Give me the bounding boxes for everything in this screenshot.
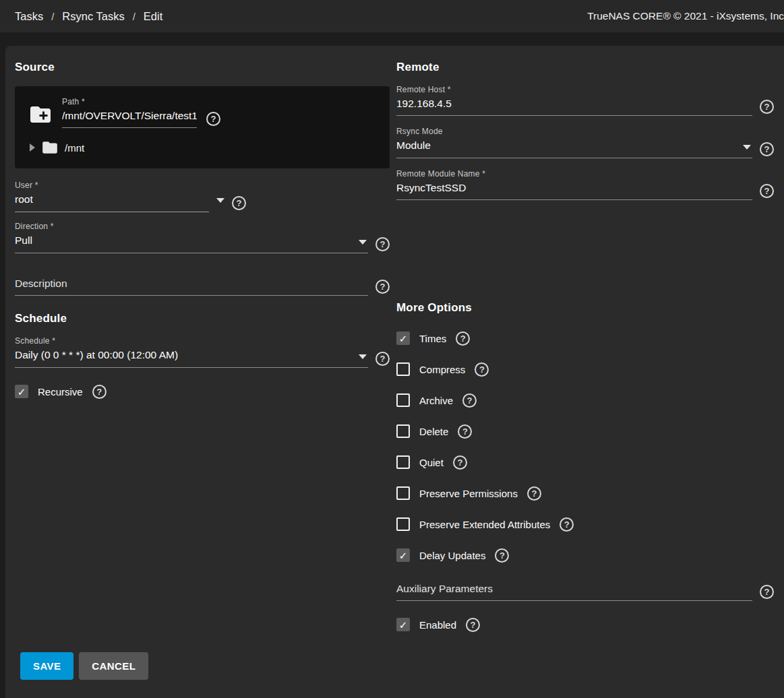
archive-checkbox-label: Archive xyxy=(419,395,453,406)
breadcrumb-separator: / xyxy=(51,11,54,22)
user-select[interactable]: User * root xyxy=(15,181,209,212)
direction-label: Direction * xyxy=(15,222,368,231)
preserve-permissions-help-icon[interactable] xyxy=(527,486,541,501)
rsync-mode-select[interactable]: Rsync Mode Module xyxy=(396,127,752,158)
schedule-value: Daily (0 0 * * *) at 00:00 (12:00 AM) xyxy=(15,349,178,360)
enabled-help-icon[interactable] xyxy=(466,618,480,632)
right-column: Remote Remote Host * Rsync Mode Module xyxy=(396,61,774,632)
path-input[interactable] xyxy=(62,108,197,128)
remote-module-help-icon[interactable] xyxy=(760,184,774,198)
enabled-checkbox-label: Enabled xyxy=(419,619,456,631)
dropdown-arrow-icon xyxy=(743,145,751,150)
section-title-schedule: Schedule xyxy=(15,312,390,325)
user-field-row: User * root xyxy=(15,181,247,212)
quiet-checkbox[interactable] xyxy=(396,455,410,469)
create-folder-icon[interactable] xyxy=(28,102,53,127)
rsync-mode-label: Rsync Mode xyxy=(396,127,752,136)
times-checkbox[interactable] xyxy=(396,331,410,345)
dropdown-arrow-icon xyxy=(359,354,367,359)
breadcrumb-tasks[interactable]: Tasks xyxy=(15,10,43,23)
delay-updates-help-icon[interactable] xyxy=(495,548,509,563)
preserve-permissions-checkbox[interactable] xyxy=(396,486,410,500)
edit-rsync-task-form: Source Path * xyxy=(5,46,784,698)
auxiliary-parameters-input[interactable] xyxy=(396,581,752,601)
remote-host-help-icon[interactable] xyxy=(760,100,774,114)
breadcrumb: Tasks / Rsync Tasks / Edit xyxy=(15,10,162,23)
preserve-extended-attributes-checkbox[interactable] xyxy=(396,517,410,531)
section-title-remote: Remote xyxy=(396,61,774,74)
dropdown-arrow-icon xyxy=(216,198,224,203)
tree-node-mnt[interactable]: /mnt xyxy=(28,139,376,156)
preserve-permissions-checkbox-label: Preserve Permissions xyxy=(419,488,518,499)
preserve-extended-attributes-help-icon[interactable] xyxy=(560,517,574,532)
direction-select[interactable]: Direction * Pull xyxy=(15,222,368,253)
source-path-panel: Path * /mnt xyxy=(15,86,390,168)
breadcrumb-rsync-tasks[interactable]: Rsync Tasks xyxy=(62,10,124,23)
schedule-label: Schedule * xyxy=(15,336,368,346)
form-actions: SAVE CANCEL xyxy=(20,652,774,698)
delay-updates-checkbox-label: Delay Updates xyxy=(419,550,485,561)
recursive-help-icon[interactable] xyxy=(92,385,107,399)
compress-checkbox[interactable] xyxy=(396,362,410,376)
enabled-checkbox[interactable] xyxy=(396,618,410,631)
auxiliary-parameters-field-row xyxy=(396,581,774,601)
folder-icon xyxy=(41,139,59,156)
quiet-checkbox-label: Quiet xyxy=(419,457,444,468)
compress-checkbox-row: Compress xyxy=(396,362,774,377)
schedule-select[interactable]: Schedule * Daily (0 0 * * *) at 00:00 (1… xyxy=(15,336,368,368)
path-help-icon[interactable] xyxy=(206,112,220,126)
rsync-mode-help-icon[interactable] xyxy=(760,142,774,156)
user-value: root xyxy=(15,193,33,205)
quiet-checkbox-row: Quiet xyxy=(396,455,774,470)
preserve-permissions-checkbox-row: Preserve Permissions xyxy=(396,486,774,501)
rsync-mode-value: Module xyxy=(396,139,431,151)
recursive-checkbox-label: Recursive xyxy=(38,386,83,398)
cancel-button[interactable]: CANCEL xyxy=(79,652,148,680)
description-help-icon[interactable] xyxy=(375,280,390,294)
preserve-extended-attributes-checkbox-label: Preserve Extended Attributes xyxy=(419,519,550,530)
dropdown-arrow-icon xyxy=(359,240,367,245)
times-checkbox-row: Times xyxy=(396,331,774,346)
top-bar: Tasks / Rsync Tasks / Edit TrueNAS CORE®… xyxy=(0,0,784,32)
compress-help-icon[interactable] xyxy=(475,362,489,377)
tree-node-label: /mnt xyxy=(65,142,84,154)
breadcrumb-edit: Edit xyxy=(144,10,162,23)
delete-help-icon[interactable] xyxy=(458,424,472,439)
remote-host-input[interactable] xyxy=(396,96,752,116)
user-label: User * xyxy=(15,181,209,190)
archive-checkbox[interactable] xyxy=(396,393,410,407)
quiet-help-icon[interactable] xyxy=(453,455,467,470)
delete-checkbox[interactable] xyxy=(396,424,410,438)
remote-module-input[interactable] xyxy=(396,181,752,200)
archive-checkbox-row: Archive xyxy=(396,393,774,408)
delete-checkbox-row: Delete xyxy=(396,424,774,439)
description-input[interactable] xyxy=(15,276,368,296)
recursive-checkbox-row: Recursive xyxy=(15,384,390,399)
expand-caret-icon[interactable] xyxy=(30,144,35,152)
delay-updates-checkbox[interactable] xyxy=(396,548,410,562)
remote-module-label: Remote Module Name * xyxy=(396,169,752,179)
direction-field-row: Direction * Pull xyxy=(15,222,390,253)
path-label: Path * xyxy=(62,97,197,106)
user-help-icon[interactable] xyxy=(232,196,246,210)
times-help-icon[interactable] xyxy=(456,331,470,346)
section-title-source: Source xyxy=(15,61,390,74)
delay-updates-checkbox-row: Delay Updates xyxy=(396,548,774,563)
remote-host-field-row: Remote Host * xyxy=(396,85,774,116)
schedule-help-icon[interactable] xyxy=(375,352,390,366)
left-column: Source Path * xyxy=(15,61,390,632)
auxiliary-parameters-help-icon[interactable] xyxy=(760,585,774,599)
remote-host-field: Remote Host * xyxy=(396,85,752,116)
more-options-checkbox-list: Times Compress Archive Delete xyxy=(396,331,774,563)
direction-help-icon[interactable] xyxy=(375,237,390,251)
remote-module-field-row: Remote Module Name * xyxy=(396,169,774,200)
save-button[interactable]: SAVE xyxy=(20,652,73,680)
remote-host-label: Remote Host * xyxy=(396,85,752,94)
preserve-extended-attributes-checkbox-row: Preserve Extended Attributes xyxy=(396,517,774,532)
archive-help-icon[interactable] xyxy=(462,393,477,408)
description-field-row xyxy=(15,276,390,296)
direction-value: Pull xyxy=(15,234,32,246)
schedule-field-row: Schedule * Daily (0 0 * * *) at 00:00 (1… xyxy=(15,336,390,368)
recursive-checkbox[interactable] xyxy=(15,385,28,398)
section-title-more-options: More Options xyxy=(396,301,774,315)
